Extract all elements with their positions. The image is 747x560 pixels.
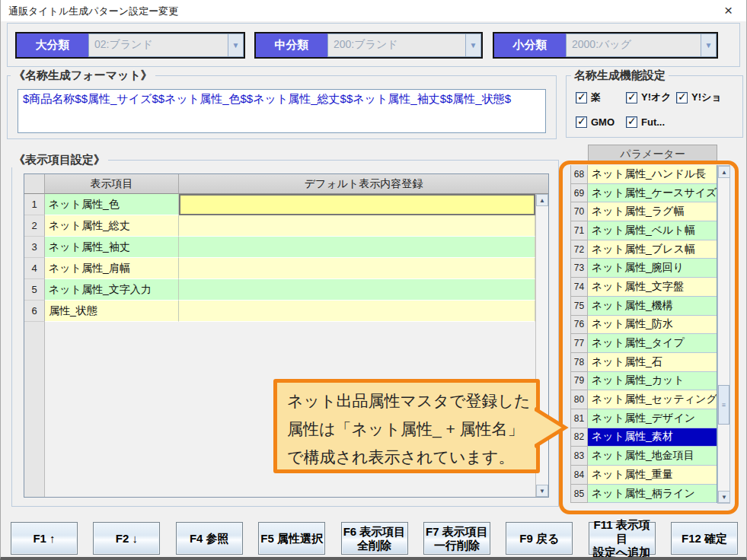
callout-text: ネット出品属性マスタで登録した	[287, 387, 536, 415]
format-value: $商品名称$$属性_サイズ$$ネット属性_色$$ネット属性_総丈$$ネット属性_…	[23, 92, 511, 105]
table-row: 2 ネット属性_総丈	[24, 215, 548, 237]
default-value-cell[interactable]	[179, 194, 535, 215]
display-item-cell[interactable]: 属性_状態	[45, 301, 179, 322]
display-item-cell[interactable]: ネット属性_袖丈	[45, 237, 179, 258]
parameter-label: ネット属性_タイプ	[588, 334, 717, 353]
parameter-row[interactable]: 81 ネット属性_デザイン	[570, 409, 717, 428]
function-button[interactable]: F1 ↑	[11, 522, 78, 555]
parameter-number: 77	[570, 334, 588, 353]
parameter-row[interactable]: 79 ネット属性_カット	[570, 372, 717, 391]
parameter-row[interactable]: 78 ネット属性_石	[570, 353, 717, 372]
filter-label: 中分類	[256, 33, 327, 57]
parameter-row[interactable]: 69 ネット属性_ケースサイズ	[570, 184, 717, 203]
parameter-row[interactable]: 82 ネット属性_素材	[570, 428, 717, 447]
checkbox-label: GMO	[591, 116, 615, 128]
feature-checkbox[interactable]: ✓ Y!オク	[626, 88, 676, 107]
parameter-number: 74	[570, 278, 588, 297]
checkbox-label: Y!ショ	[691, 91, 722, 104]
function-button[interactable]: F12 確定	[671, 522, 738, 555]
function-button[interactable]: F4 参照	[176, 522, 243, 555]
chevron-down-icon[interactable]: ▼	[701, 34, 716, 56]
row-number: 6	[24, 301, 45, 322]
parameter-label: ネット属性_機構	[588, 297, 717, 316]
category-filter-group: 小分類 2000:バッグ ▼	[493, 32, 718, 59]
checkbox-icon: ✓	[576, 116, 587, 128]
display-item-cell[interactable]: ネット属性_色	[45, 194, 179, 215]
scroll-down-icon[interactable]: ▼	[718, 491, 730, 503]
format-input[interactable]: $商品名称$$属性_サイズ$$ネット属性_色$$ネット属性_総丈$$ネット属性_…	[18, 89, 546, 133]
scroll-down-icon[interactable]: ▼	[536, 485, 548, 497]
checkbox-label: Y!オク	[641, 91, 672, 104]
function-button[interactable]: F7 表示項目 一行削除	[423, 522, 490, 555]
category-filter-group: 中分類 200:ブランド ▼	[254, 32, 483, 59]
chevron-down-icon[interactable]: ▼	[228, 34, 243, 56]
row-number: 3	[24, 237, 45, 258]
parameters-scrollbar[interactable]: ▲ ≡ ▼	[717, 165, 730, 504]
parameter-number: 73	[570, 259, 588, 278]
parameter-row[interactable]: 71 ネット属性_ベルト幅	[570, 221, 717, 240]
parameter-label: ネット属性_地金項目	[588, 447, 717, 466]
feature-checkbox-group: ✓ 楽 ✓ Y!オク ✓ Y!ショ ✓ GMO	[576, 88, 741, 137]
parameter-row[interactable]: 80 ネット属性_セッティング	[570, 390, 717, 409]
parameter-row[interactable]: 68 ネット属性_ハンドル長	[570, 165, 717, 184]
parameters-header: パラメーター	[588, 145, 717, 164]
parameter-row[interactable]: 77 ネット属性_タイプ	[570, 334, 717, 353]
row-number: 2	[24, 215, 45, 237]
parameter-row[interactable]: 72 ネット属性_ブレス幅	[570, 240, 717, 259]
function-button-bar: F1 ↑ F2 ↓ F4 参照 F5 属性選択 F6 表示項目 全削除 F7 表…	[11, 522, 738, 555]
column-header-item: 表示項目	[45, 174, 179, 194]
display-item-cell[interactable]: ネット属性_総丈	[45, 215, 179, 237]
parameter-row[interactable]: 85 ネット属性_柄ライン	[570, 485, 717, 504]
window-title: 通販タイトル生成パターン設定ー変更	[8, 5, 178, 18]
row-number: 5	[24, 279, 45, 301]
function-button[interactable]: F11 表示項目 設定へ追加	[589, 522, 656, 555]
checkbox-label: Fut...	[641, 116, 665, 128]
filter-dropdown[interactable]: 200:ブランド ▼	[327, 33, 481, 57]
function-button[interactable]: F2 ↓	[93, 522, 160, 555]
parameter-label: ネット属性_ブレス幅	[588, 240, 717, 259]
parameter-row[interactable]: 84 ネット属性_重量	[570, 466, 717, 485]
parameter-row[interactable]: 73 ネット属性_腕回り	[570, 259, 717, 278]
function-button[interactable]: F5 属性選択	[258, 522, 325, 555]
parameter-number: 72	[570, 240, 588, 259]
feature-checkbox[interactable]: ✓ GMO	[576, 113, 626, 131]
display-item-cell[interactable]: ネット属性_肩幅	[45, 258, 179, 279]
function-button[interactable]: F6 表示項目 全削除	[341, 522, 408, 555]
parameter-label: ネット属性_文字盤	[588, 278, 717, 297]
scrollbar-thumb[interactable]: ≡	[718, 385, 729, 425]
parameter-row[interactable]: 74 ネット属性_文字盤	[570, 278, 717, 297]
parameter-row[interactable]: 76 ネット属性_防水	[570, 316, 717, 335]
parameter-label: ネット属性_ハンドル長	[588, 165, 717, 184]
feature-checkbox[interactable]: ✓ 楽	[576, 88, 626, 107]
scroll-up-icon[interactable]: ▲	[536, 194, 548, 206]
callout: ネット出品属性マスタで登録した 属性は「ネット属性_ + 属性名」 で構成され表…	[273, 379, 540, 473]
table-header-row: 表示項目 デフォルト表示内容登録	[24, 174, 548, 194]
parameter-number: 83	[570, 447, 588, 466]
parameter-number: 78	[570, 353, 588, 372]
default-value-cell[interactable]	[179, 215, 535, 237]
display-item-cell[interactable]: ネット属性_文字入力	[45, 279, 179, 301]
filter-selected-value: 02:ブランド	[89, 34, 228, 56]
parameter-row[interactable]: 75 ネット属性_機構	[570, 297, 717, 316]
default-value-cell[interactable]	[179, 237, 535, 258]
feature-checkbox[interactable]: ✓ Y!ショ	[676, 88, 726, 107]
filter-dropdown[interactable]: 02:ブランド ▼	[88, 33, 244, 57]
parameter-row[interactable]: 70 ネット属性_ラグ幅	[570, 202, 717, 221]
table-row: 5 ネット属性_文字入力	[24, 279, 548, 301]
function-button[interactable]: F9 戻る	[506, 522, 573, 555]
default-value-cell[interactable]	[179, 258, 535, 279]
parameter-label: ネット属性_腕回り	[588, 259, 717, 278]
parameter-number: 79	[570, 372, 588, 391]
filter-selected-value: 2000:バッグ	[567, 34, 701, 56]
parameter-row[interactable]: 83 ネット属性_地金項目	[570, 447, 717, 466]
feature-checkbox[interactable]: ✓ Fut...	[626, 113, 676, 131]
close-icon[interactable]: ×	[724, 2, 733, 20]
default-value-cell[interactable]	[179, 301, 535, 322]
scroll-up-icon[interactable]: ▲	[718, 166, 730, 178]
checkbox-icon: ✓	[626, 116, 637, 128]
filter-dropdown[interactable]: 2000:バッグ ▼	[566, 33, 717, 57]
checkbox-icon: ✓	[676, 92, 688, 103]
default-value-cell[interactable]	[179, 279, 535, 301]
chevron-down-icon[interactable]: ▼	[465, 34, 480, 56]
parameter-number: 75	[570, 297, 588, 316]
